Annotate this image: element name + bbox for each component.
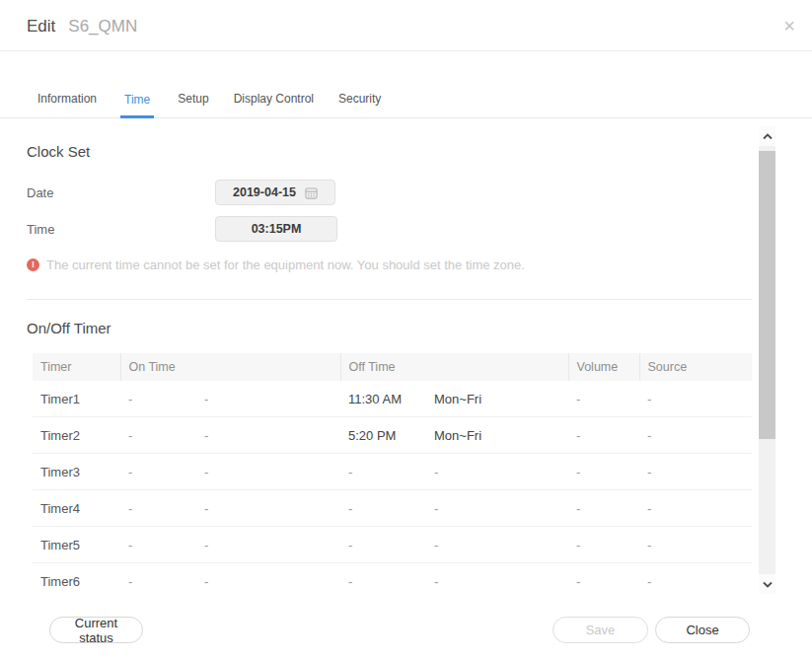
table-row[interactable]: Timer2 - - 5:20 PM Mon~Fri - - — [33, 417, 752, 454]
scrollbar-thumb[interactable] — [759, 151, 775, 439]
off-days: Mon~Fri — [426, 381, 568, 417]
timezone-warning: ! The current time cannot be set for the… — [27, 257, 525, 272]
timer-name: Timer1 — [33, 381, 120, 417]
col-timer: Timer — [33, 353, 120, 381]
off-time: 5:20 PM — [340, 417, 426, 454]
scroll-up-button[interactable] — [759, 126, 775, 146]
on-days: - — [196, 454, 340, 490]
chevron-up-icon — [763, 133, 773, 140]
current-status-button[interactable]: Current status — [49, 617, 143, 643]
on-days: - — [196, 490, 340, 527]
chevron-down-icon — [763, 581, 773, 588]
col-volume: Volume — [568, 353, 639, 381]
tab-setup[interactable]: Setup — [177, 92, 209, 117]
on-time: - — [120, 417, 196, 454]
timer-name: Timer6 — [33, 563, 120, 595]
dialog-title-edit: Edit — [27, 17, 55, 36]
dialog-header: EditS6_QMN × — [0, 0, 812, 51]
warning-icon: ! — [27, 258, 39, 271]
section-divider — [27, 299, 752, 300]
off-days: Mon~Fri — [426, 417, 568, 454]
col-off-time: Off Time — [340, 353, 568, 381]
time-label: Time — [27, 222, 54, 237]
off-days: - — [426, 527, 568, 563]
dialog-body: Clock Set Date 2019-04-15 Time 03:15PM !… — [0, 126, 775, 594]
table-row[interactable]: Timer4 - - - - - - — [33, 490, 752, 527]
off-days: - — [426, 490, 568, 527]
volume: - — [568, 381, 639, 417]
on-days: - — [196, 417, 340, 454]
on-time: - — [120, 454, 196, 490]
volume: - — [568, 417, 639, 454]
table-row[interactable]: Timer3 - - - - - - — [33, 454, 752, 490]
dialog-title: EditS6_QMN — [27, 17, 137, 37]
on-days: - — [196, 527, 340, 563]
tab-display-control[interactable]: Display Control — [233, 92, 315, 117]
device-name: S6_QMN — [68, 17, 137, 36]
timer-name: Timer5 — [33, 527, 120, 563]
table-row[interactable]: Timer6 - - - - - - — [33, 563, 752, 595]
tab-time[interactable]: Time — [120, 93, 154, 118]
volume: - — [568, 490, 639, 527]
off-time: - — [340, 490, 426, 527]
off-time: 11:30 AM — [340, 381, 426, 417]
timer-name: Timer4 — [33, 490, 120, 527]
col-source: Source — [639, 353, 752, 381]
on-days: - — [196, 563, 340, 595]
volume: - — [568, 563, 639, 595]
source: - — [639, 454, 752, 490]
source: - — [639, 527, 752, 563]
volume: - — [568, 527, 639, 563]
calendar-icon — [305, 186, 318, 199]
off-days: - — [426, 454, 568, 490]
on-time: - — [120, 527, 196, 563]
time-field[interactable]: 03:15PM — [215, 216, 337, 242]
time-value: 03:15PM — [252, 222, 302, 236]
off-time: - — [340, 454, 426, 490]
off-days: - — [426, 563, 568, 595]
tab-information[interactable]: Information — [37, 92, 98, 117]
tab-security[interactable]: Security — [337, 92, 382, 117]
timer-name: Timer3 — [33, 454, 120, 490]
warning-text: The current time cannot be set for the e… — [46, 257, 525, 272]
source: - — [639, 381, 752, 417]
timer-name: Timer2 — [33, 417, 120, 454]
close-icon[interactable]: × — [781, 14, 797, 37]
off-time: - — [340, 563, 426, 595]
date-value: 2019-04-15 — [233, 185, 296, 199]
close-button[interactable]: Close — [655, 617, 750, 643]
table-row[interactable]: Timer1 - - 11:30 AM Mon~Fri - - — [33, 381, 752, 417]
off-time: - — [340, 527, 426, 563]
source: - — [639, 490, 752, 527]
on-time: - — [120, 381, 196, 417]
on-time: - — [120, 563, 196, 595]
on-days: - — [196, 381, 340, 417]
clock-set-heading: Clock Set — [27, 143, 90, 160]
scroll-down-button[interactable] — [759, 574, 775, 594]
save-button[interactable]: Save — [553, 617, 648, 643]
timer-section-heading: On/Off Timer — [27, 320, 111, 336]
on-time: - — [120, 490, 196, 527]
volume: - — [568, 454, 639, 490]
table-header-row: Timer On Time Off Time Volume Source — [33, 353, 752, 381]
source: - — [639, 563, 752, 595]
date-label: Date — [27, 185, 53, 200]
vertical-scrollbar[interactable] — [759, 126, 775, 594]
tab-bar: Information Time Setup Display Control S… — [0, 87, 812, 118]
table-row[interactable]: Timer5 - - - - - - — [33, 527, 752, 563]
source: - — [639, 417, 752, 454]
col-on-time: On Time — [120, 353, 340, 381]
date-field[interactable]: 2019-04-15 — [215, 180, 335, 205]
timer-table: Timer On Time Off Time Volume Source Tim… — [33, 353, 752, 594]
